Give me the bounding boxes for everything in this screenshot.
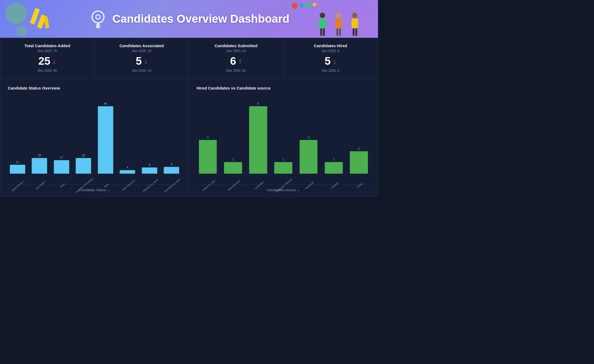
- deco-circle-green: [306, 3, 310, 8]
- bar-element: [10, 165, 25, 174]
- svg-point-11: [352, 13, 357, 18]
- charts-section: Candidate Status Overview 11Approved by …: [0, 78, 378, 197]
- stat-value: 6: [230, 55, 236, 67]
- header-decoration-circle1: [5, 3, 27, 24]
- bar-col: 3Added by User: [197, 96, 219, 174]
- stat-title: Candidates Associated: [101, 43, 183, 48]
- bar-col: 9Submitted-to-client: [162, 96, 181, 174]
- arrow-down-icon: ↓: [144, 57, 148, 66]
- bar-element: [142, 167, 157, 174]
- stat-value-row: 6 ↑: [195, 55, 277, 67]
- bar-value-label: 3: [207, 136, 209, 139]
- bar-element: [98, 106, 113, 174]
- figure-1: [315, 12, 329, 38]
- bar-col: 8Rejected by client: [140, 96, 159, 174]
- bar-element: [325, 162, 343, 174]
- deco-bar-left: [43, 16, 49, 29]
- candidate-status-chart-panel: Candidate Status Overview 11Approved by …: [0, 78, 189, 196]
- stat-curr-value: Dec 2020: 50: [7, 69, 88, 73]
- stat-prev-value: Nov 2020: 75: [7, 49, 88, 53]
- candidates-source-chart-panel: Hired Candidates vs Candidate source 3Ad…: [189, 78, 378, 196]
- header-decoration-circle2: [16, 26, 27, 36]
- bar-value-label: 20: [82, 154, 85, 157]
- stat-title: Total Candidates Added: [7, 43, 88, 48]
- bar-element: [249, 106, 267, 174]
- bar-element: [32, 158, 47, 174]
- bar-value-label: 4: [127, 166, 128, 169]
- svg-point-3: [320, 13, 325, 18]
- svg-rect-6: [323, 28, 325, 36]
- svg-rect-12: [352, 19, 358, 28]
- dashboard-title: Candidates Overview Dashboard: [112, 12, 289, 25]
- bar-col: 1Advertisement: [222, 96, 244, 174]
- bar-col: 11Approved by c...: [8, 96, 27, 174]
- bar-element: [120, 170, 135, 174]
- deco-circle-yellow: [313, 3, 316, 6]
- bar-value-label: 17: [60, 156, 63, 159]
- bar-col: 2Twitter: [348, 96, 370, 174]
- bar-col: 1Employee Referral: [272, 96, 295, 174]
- bar-col: 1LinkedIn: [322, 96, 345, 174]
- candidate-status-chart-footer[interactable]: Candidate Status ⌄: [8, 187, 181, 192]
- svg-rect-8: [335, 19, 342, 28]
- stat-card-3: Candidates Hired Nov 2020: 8 5 ↓ Dec 202…: [284, 38, 378, 78]
- stat-card-1: Candidates Associated Nov 2020: 19 5 ↓ D…: [95, 38, 189, 78]
- header-decoration-bar1: [30, 8, 40, 25]
- bar-value-label: 1: [232, 158, 234, 161]
- candidate-pin-icon: [89, 9, 107, 28]
- stat-value-row: 25 ↓: [7, 55, 88, 67]
- svg-point-7: [336, 13, 341, 18]
- bar-value-label: 11: [16, 161, 19, 164]
- svg-rect-4: [319, 19, 326, 28]
- svg-rect-13: [353, 28, 355, 36]
- bar-col: 17Hired: [52, 96, 71, 174]
- bar-col: 20Interview-Scheduled: [74, 96, 93, 174]
- stat-curr-value: Dec 2020: 14: [101, 69, 183, 73]
- dashboard-header: Candidates Overview Dashboard: [0, 0, 378, 38]
- bar-element: [199, 140, 217, 174]
- stat-value: 5: [136, 55, 142, 67]
- candidates-source-chart-title: Hired Candidates vs Candidate source: [197, 86, 370, 90]
- header-title-group: Candidates Overview Dashboard: [89, 9, 289, 28]
- stat-title: Candidates Submitted: [195, 43, 277, 48]
- candidate-status-footer-label: Candidate Status: [79, 188, 106, 192]
- figure-3: [348, 12, 362, 38]
- stat-value: 5: [325, 55, 330, 67]
- bar-value-label: 8: [149, 163, 150, 166]
- bar-element: [299, 140, 318, 174]
- bar-col: 3Facebook: [297, 96, 320, 174]
- figure-2: [332, 12, 346, 38]
- svg-point-1: [96, 15, 100, 19]
- stat-curr-value: Dec 2020: 3: [290, 69, 372, 73]
- stat-curr-value: Dec 2020: 20: [195, 69, 277, 73]
- bar-value-label: 9: [171, 163, 172, 166]
- bar-col: 86New: [96, 96, 115, 174]
- arrow-down-icon: ↓: [53, 57, 56, 66]
- arrow-up-icon: ↑: [238, 57, 242, 66]
- bar-value-label: 20: [38, 154, 41, 157]
- bar-value-label: 1: [283, 158, 284, 161]
- svg-rect-9: [336, 28, 338, 36]
- chevron-down-icon-source: ⌄: [297, 188, 300, 192]
- stat-card-0: Total Candidates Added Nov 2020: 75 25 ↓…: [0, 38, 95, 78]
- bar-element: [76, 158, 91, 174]
- arrow-down-icon: ↓: [333, 57, 336, 66]
- svg-point-0: [92, 11, 104, 23]
- stat-value-row: 5 ↓: [290, 55, 372, 67]
- bar-value-label: 3: [308, 136, 309, 139]
- bar-col: 4Offer-Declined: [118, 96, 137, 174]
- stat-cards-section: Total Candidates Added Nov 2020: 75 25 ↓…: [0, 38, 378, 78]
- deco-circle-red: [292, 3, 298, 9]
- stat-prev-value: Nov 2020: 14: [195, 49, 277, 53]
- bar-value-label: 6: [257, 102, 259, 105]
- stat-prev-value: Nov 2020: 19: [101, 49, 183, 53]
- header-circles: [292, 3, 319, 9]
- header-figures: [315, 12, 362, 38]
- svg-rect-14: [355, 28, 357, 36]
- svg-rect-10: [339, 28, 341, 36]
- stat-title: Candidates Hired: [290, 43, 372, 48]
- bar-element: [274, 162, 292, 174]
- bar-element: [224, 162, 242, 174]
- deco-circle-blue: [300, 4, 303, 8]
- candidate-status-bar-chart: 11Approved by c...20Associated17Hired20I…: [8, 96, 181, 185]
